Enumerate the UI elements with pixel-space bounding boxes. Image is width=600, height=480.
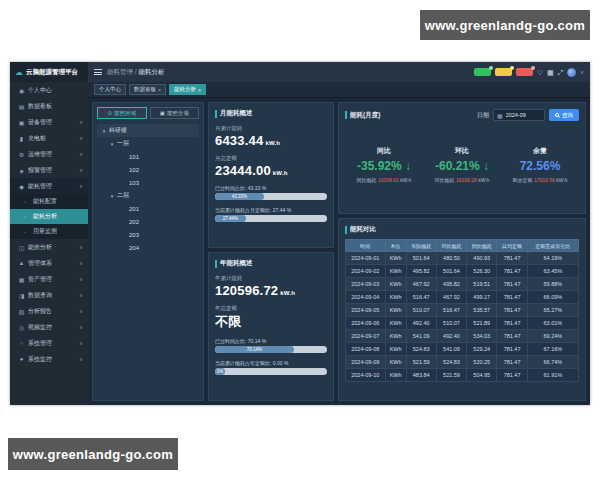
- grid-icon[interactable]: ▦: [547, 69, 554, 76]
- tree-node[interactable]: ▾ 科研楼: [97, 124, 199, 137]
- cell-unit: KWh: [385, 265, 406, 278]
- sidebar-item-label: 管理体系: [28, 259, 76, 268]
- tree-node[interactable]: 201: [97, 202, 199, 215]
- sidebar-item[interactable]: ◎ 视频监控 ∨: [10, 319, 88, 335]
- table-row[interactable]: 2024-09-10 KWh 483.84 521.59 504.95 781.…: [346, 369, 579, 382]
- sidebar-item[interactable]: ◈ 报警管理 ∨: [10, 162, 88, 178]
- region-tab-icon: ⊙: [107, 110, 112, 116]
- dot-icon: ◦: [24, 229, 30, 235]
- table-row[interactable]: 2024-09-09 KWh 521.59 524.83 520.25 781.…: [346, 356, 579, 369]
- sidebar-item[interactable]: ▣ 设备管理 ∨: [10, 114, 88, 130]
- app-logo: ☁ 云脑能源管理平台: [10, 62, 88, 82]
- table-row[interactable]: 2024-09-03 KWh 467.92 495.82 519.51 781.…: [346, 278, 579, 291]
- header-cell: 日均定额: [497, 240, 527, 252]
- cell-date: 2024-09-05: [346, 304, 386, 317]
- table-row[interactable]: 2024-09-02 KWh 495.82 501.64 526.30 781.…: [346, 265, 579, 278]
- status-pill-warning[interactable]: [495, 68, 512, 76]
- value-unit: kW.h: [265, 140, 280, 146]
- tab-personal-center[interactable]: 个人中心: [94, 84, 126, 95]
- tab-energy-analysis[interactable]: 能耗分析 ×: [169, 84, 206, 95]
- energy-icon: ◆: [18, 183, 25, 190]
- quota-ratio-label: 当前累计能耗占年定额比: 0.00 %: [215, 360, 327, 366]
- tab-by-region[interactable]: ⊙ 按照区域: [97, 107, 147, 119]
- close-icon[interactable]: ×: [198, 87, 201, 93]
- progress-fill: 27.44%: [215, 215, 246, 222]
- menu-item-icon: ⚙: [18, 151, 25, 158]
- energy-table: 时间单位实际能耗环比能耗同比能耗日均定额定额完成百分比 2024-09-01 K…: [345, 239, 579, 382]
- sidebar-item-label: 分析报告: [28, 307, 76, 316]
- tree-caret-icon[interactable]: ▾: [101, 128, 107, 134]
- table-row[interactable]: 2024-09-06 KWh 492.40 510.07 521.89 781.…: [346, 317, 579, 330]
- sidebar-item[interactable]: ▤ 数据看板: [10, 98, 88, 114]
- close-icon[interactable]: ×: [158, 87, 161, 93]
- table-row[interactable]: 2024-09-04 KWh 516.47 467.92 499.17 781.…: [346, 291, 579, 304]
- month-overview-panel: 月能耗概述 月累计能耗 6433.44kW.h 月总定额 23444.00kW.…: [208, 102, 334, 248]
- cell-mom: 541.09: [436, 343, 466, 356]
- top-navbar: 能耗管理 / 能耗分析 ♡ ▦ ⤢ ∨: [88, 62, 590, 82]
- sidebar-item[interactable]: ☼ 系统管理 ∨: [10, 335, 88, 351]
- sidebar-item-energy-analysis[interactable]: ◦ 能耗分析: [10, 209, 88, 224]
- sidebar-item[interactable]: ▲ 管理体系 ∨: [10, 255, 88, 271]
- energy-submenu: ◦ 能耗配置 ◦ 能耗分析 ◦ 用量监测: [10, 194, 88, 239]
- sidebar-item[interactable]: ◨ 数据查询 ∨: [10, 287, 88, 303]
- hamburger-icon[interactable]: [94, 69, 102, 75]
- main-area: 能耗管理 / 能耗分析 ♡ ▦ ⤢ ∨ 个人中心 数据看板 ×: [88, 62, 590, 405]
- breadcrumb-separator: /: [135, 68, 137, 75]
- sidebar-item[interactable]: ◫ 能效分析 ∨: [10, 239, 88, 255]
- cell-actual: 510.07: [406, 304, 436, 317]
- header-cell: 环比能耗: [436, 240, 466, 252]
- avatar[interactable]: [567, 68, 576, 77]
- table-row[interactable]: 2024-09-07 KWh 541.09 492.40 534.03 781.…: [346, 330, 579, 343]
- menu-item-icon: ▤: [18, 103, 25, 110]
- stat-value: 72.56%: [501, 159, 579, 173]
- app-window: ☁ 云脑能源管理平台 ◉ 个人中心 ▤ 数据看板 ▣ 设备管理 ∨ ▮ 充电桩 …: [10, 62, 590, 405]
- sidebar-item-label: 运维管理: [28, 150, 76, 159]
- fullscreen-icon[interactable]: ⤢: [558, 69, 564, 76]
- tab-by-category[interactable]: ▣ 按照分项: [150, 107, 200, 119]
- query-button[interactable]: 查询: [549, 109, 579, 121]
- sidebar-item[interactable]: ● 系统监控 ∨: [10, 351, 88, 367]
- date-picker[interactable]: ▦ 2024-09: [493, 109, 545, 121]
- sidebar-item[interactable]: ▧ 分析报告 ∨: [10, 303, 88, 319]
- sidebar-item[interactable]: ◉ 个人中心: [10, 82, 88, 98]
- sidebar-item[interactable]: ▦ 资产管理 ∨: [10, 271, 88, 287]
- tree-node[interactable]: 101: [97, 150, 199, 163]
- cell-percent: 65.27%: [527, 304, 578, 317]
- status-pill-normal[interactable]: [474, 68, 491, 76]
- tree-node[interactable]: 203: [97, 228, 199, 241]
- summary-controls: 日期 ▦ 2024-09 查询: [477, 109, 579, 121]
- tree-caret-icon[interactable]: ▾: [109, 193, 115, 199]
- tree-node[interactable]: 103: [97, 176, 199, 189]
- tab-bar: 个人中心 数据看板 × 能耗分析 ×: [88, 82, 590, 98]
- sidebar-item[interactable]: ⚙ 运维管理 ∨: [10, 146, 88, 162]
- tree-caret-icon[interactable]: ▾: [109, 141, 115, 147]
- cell-date: 2024-09-03: [346, 278, 386, 291]
- tree-node[interactable]: 202: [97, 215, 199, 228]
- tree-node[interactable]: 204: [97, 241, 199, 254]
- stat-sub-label: 环比能耗: [435, 177, 455, 183]
- cell-percent: 67.16%: [527, 343, 578, 356]
- tree-node-label: 一层: [117, 139, 129, 148]
- stat-sub-value: 16168.28: [456, 177, 477, 183]
- heart-icon[interactable]: ♡: [537, 69, 543, 76]
- tab-data-board[interactable]: 数据看板 ×: [129, 84, 166, 95]
- table-row[interactable]: 2024-09-08 KWh 524.83 541.09 529.24 781.…: [346, 343, 579, 356]
- tree-node[interactable]: ▾ 二层: [97, 189, 199, 202]
- sidebar-item-label: 视频监控: [28, 323, 76, 332]
- stat-value: -35.92% ↓: [345, 159, 423, 173]
- sidebar-item-usage-monitor[interactable]: ◦ 用量监测: [10, 224, 88, 239]
- sidebar-item[interactable]: ▮ 充电桩 ∨: [10, 130, 88, 146]
- sidebar-item-energy-manage[interactable]: ◆ 能耗管理 ∧: [10, 178, 88, 194]
- tree-node[interactable]: ▾ 一层: [97, 137, 199, 150]
- cell-yoy: 521.89: [467, 317, 497, 330]
- breadcrumb-parent[interactable]: 能耗管理: [107, 68, 133, 75]
- app-title: 云脑能源管理平台: [26, 68, 78, 77]
- chevron-down-icon[interactable]: ∨: [580, 69, 584, 75]
- table-row[interactable]: 2024-09-05 KWh 510.07 516.47 535.57 781.…: [346, 304, 579, 317]
- progress-bar: 70.14%: [215, 346, 327, 353]
- tree-node[interactable]: 102: [97, 163, 199, 176]
- sidebar-item-energy-config[interactable]: ◦ 能耗配置: [10, 194, 88, 209]
- table-row[interactable]: 2024-09-01 KWh 501.64 480.50 490.93 781.…: [346, 252, 579, 265]
- status-pill-alarm[interactable]: [516, 68, 533, 76]
- cell-actual: 501.64: [406, 252, 436, 265]
